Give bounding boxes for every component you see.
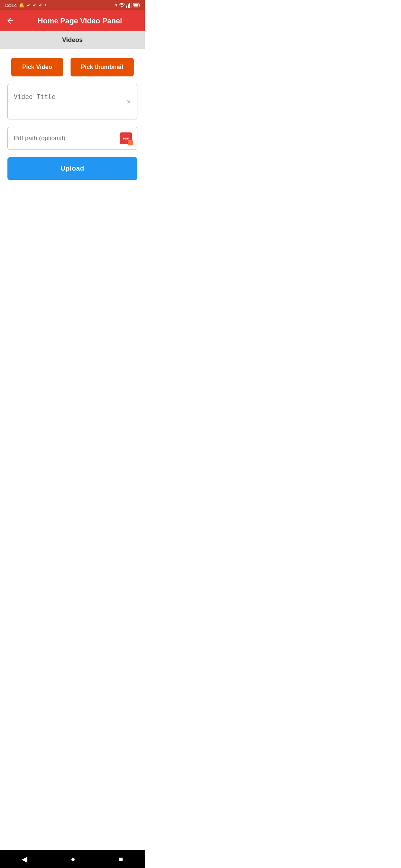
page-title: Home Page Video Panel bbox=[21, 17, 139, 25]
upload-button[interactable]: Upload bbox=[7, 157, 137, 180]
pdf-path-input[interactable] bbox=[8, 127, 137, 149]
pdf-icon-shape: PDF bbox=[120, 132, 132, 144]
video-title-container: × bbox=[7, 84, 137, 119]
pick-thumbnail-button[interactable]: Pick thumbnail bbox=[71, 58, 134, 76]
main-content: Pick Video Pick thumbnail × PDF Upload bbox=[0, 49, 145, 189]
buttons-row: Pick Video Pick thumbnail bbox=[7, 58, 137, 76]
section-header: Videos bbox=[0, 31, 145, 49]
svg-rect-3 bbox=[131, 3, 131, 8]
status-right: ▾ bbox=[115, 3, 140, 8]
dot-icon: • bbox=[45, 3, 46, 8]
pdf-icon: PDF bbox=[119, 132, 133, 145]
status-bar: 12:14 🔔 ✔ ✔ ✔ • ▾ bbox=[0, 0, 145, 10]
svg-rect-0 bbox=[126, 6, 127, 8]
status-time: 12:14 bbox=[4, 3, 17, 8]
video-title-input[interactable] bbox=[8, 84, 137, 118]
wifi-signal-icon bbox=[119, 3, 125, 8]
wifi-icon: ▾ bbox=[115, 3, 117, 8]
clear-icon[interactable]: × bbox=[127, 98, 131, 106]
check-icon-3: ✔ bbox=[39, 3, 42, 8]
pdf-path-container: PDF bbox=[7, 127, 137, 150]
battery-icon bbox=[133, 3, 140, 7]
svg-rect-5 bbox=[134, 4, 138, 7]
svg-rect-2 bbox=[129, 3, 130, 8]
check-icon-1: ✔ bbox=[27, 3, 30, 8]
svg-rect-6 bbox=[140, 4, 140, 6]
status-left: 12:14 🔔 ✔ ✔ ✔ • bbox=[4, 3, 46, 8]
back-button[interactable] bbox=[6, 16, 15, 25]
notification-icon: 🔔 bbox=[19, 3, 25, 8]
pick-video-button[interactable]: Pick Video bbox=[11, 58, 63, 76]
app-bar: Home Page Video Panel bbox=[0, 10, 145, 31]
svg-rect-1 bbox=[128, 4, 129, 8]
pdf-icon-label: PDF bbox=[123, 137, 129, 140]
check-icon-2: ✔ bbox=[33, 3, 36, 8]
section-header-text: Videos bbox=[62, 36, 82, 43]
signal-icon bbox=[126, 3, 131, 8]
